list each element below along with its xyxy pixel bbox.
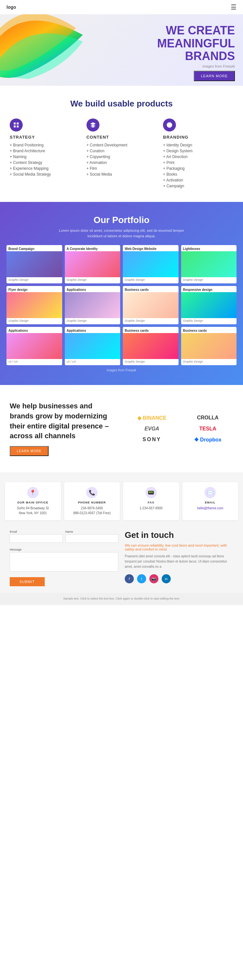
- submit-button[interactable]: SUBMIT: [10, 577, 45, 586]
- dropbox-icon: ❖: [194, 437, 200, 442]
- portfolio-freepik: images from Freepik: [6, 368, 237, 372]
- list-item: Social Media: [87, 172, 157, 177]
- list-item: Content Strategy: [10, 160, 80, 165]
- brand-tesla: TESLA: [182, 426, 234, 432]
- strategy-title: STRATEGY: [10, 135, 80, 140]
- card-title-0: Brand Campaign: [6, 245, 62, 251]
- email-value: hello@theme.com: [186, 506, 235, 511]
- footer: Sample text. Click to select the text bo…: [0, 593, 243, 605]
- contact-phone-card: 📞 PHONE NUMBER 234-9876-5400888-0123-456…: [64, 482, 120, 520]
- card-category-2: Graphic Design: [123, 277, 178, 283]
- logo: logo: [6, 5, 16, 10]
- portfolio-card-8[interactable]: Applications UI / UX: [6, 327, 62, 365]
- list-item: Design System: [163, 148, 233, 154]
- list-item: Print: [163, 160, 233, 165]
- portfolio-card-11[interactable]: Business cards Graphic Design: [181, 327, 237, 365]
- instagram-icon[interactable]: 📷: [149, 574, 158, 583]
- binance-diamond-icon: ◆: [137, 415, 142, 421]
- linkedin-icon[interactable]: in: [162, 574, 171, 583]
- portfolio-card-3[interactable]: Lightboxes Graphic Design: [181, 245, 237, 283]
- touch-body: Praesent ultet amet consola elit - class…: [125, 554, 233, 570]
- list-item: Social Media Strategy: [10, 172, 80, 177]
- content-icon: [87, 118, 99, 132]
- portfolio-card-7[interactable]: Responsive design Graphic Design: [181, 286, 237, 324]
- card-title-11: Business cards: [181, 327, 237, 333]
- card-title-3: Lightboxes: [181, 245, 237, 251]
- location-icon: 📍: [27, 487, 39, 498]
- card-img-9: [65, 333, 120, 359]
- portfolio-card-0[interactable]: Brand Campaign Graphic Design: [6, 245, 62, 283]
- message-field-label: Message: [10, 548, 118, 551]
- office-label: OUR MAIN OFFICE: [8, 501, 58, 504]
- products-section: We build usable products STRATEGY Brand …: [0, 86, 243, 202]
- twitter-icon[interactable]: t: [137, 574, 146, 583]
- card-title-6: Business cards: [123, 286, 178, 292]
- hero-learn-more-button[interactable]: LEARN MORE: [194, 71, 235, 81]
- card-img-7: [181, 292, 237, 318]
- email-group: Email: [10, 530, 63, 543]
- brand-sony: SONY: [126, 437, 178, 442]
- portfolio-card-4[interactable]: Flyer design Graphic Design: [6, 286, 62, 324]
- portfolio-card-10[interactable]: Business cards Graphic Design: [123, 327, 178, 365]
- card-category-3: Graphic Design: [181, 277, 237, 283]
- card-img-2: [123, 251, 178, 277]
- strategy-icon: [10, 118, 23, 132]
- card-category-9: UI / UX: [65, 359, 120, 365]
- portfolio-card-1[interactable]: A Corporate Identity Graphic Design: [65, 245, 120, 283]
- contact-email-card: ✉️ EMAIL hello@theme.com: [182, 482, 238, 520]
- list-item: Copywriting: [87, 154, 157, 160]
- strategy-column: STRATEGY Brand Positioning Brand Archite…: [10, 118, 80, 189]
- card-img-6: [123, 292, 178, 318]
- card-title-2: Web Design Website: [123, 245, 178, 251]
- contact-info-grid: 📍 OUR MAIN OFFICE SoHo 94 Broadway StNew…: [5, 482, 238, 520]
- facebook-icon[interactable]: f: [125, 574, 134, 583]
- hero-text-block: WE CREATE MEANINGFUL BRANDS images from …: [0, 14, 243, 84]
- card-category-10: Graphic Design: [123, 359, 178, 365]
- message-textarea[interactable]: [10, 552, 118, 572]
- card-img-1: [65, 251, 120, 277]
- content-column: CONTENT Content Development Curation Cop…: [87, 118, 157, 189]
- name-input[interactable]: [65, 534, 118, 543]
- list-item: Experience Mapping: [10, 165, 80, 172]
- list-item: Brand Architecture: [10, 148, 80, 154]
- touch-right: Get in touch We can ensure reliability, …: [125, 530, 233, 586]
- hamburger-menu[interactable]: ☰: [231, 3, 237, 11]
- card-img-5: [65, 292, 120, 318]
- card-title-1: A Corporate Identity: [65, 245, 120, 251]
- card-title-5: Applications: [65, 286, 120, 292]
- brands-learn-more-button[interactable]: LEARN MORE: [10, 446, 49, 456]
- card-img-4: [6, 292, 62, 318]
- brands-heading: We help businesses and brands grow by mo…: [10, 401, 117, 441]
- social-icons: f t 📷 in: [125, 574, 233, 583]
- list-item: Packaging: [163, 165, 233, 172]
- list-item: Art Direction: [163, 154, 233, 160]
- card-title-10: Business cards: [123, 327, 178, 333]
- portfolio-card-2[interactable]: Web Design Website Graphic Design: [123, 245, 178, 283]
- list-item: Animation: [87, 160, 157, 165]
- list-item: Brand Positioning: [10, 142, 80, 148]
- portfolio-card-5[interactable]: Applications Graphic Design: [65, 286, 120, 324]
- name-group: Name: [65, 530, 118, 543]
- phone-label: PHONE NUMBER: [67, 501, 117, 504]
- portfolio-title: Our Portfolio: [6, 215, 237, 225]
- email-input[interactable]: [10, 534, 63, 543]
- brand-crolla: CROLLA: [182, 415, 234, 421]
- portfolio-section: Our Portfolio Lorem ipsum dolor sit amet…: [0, 202, 243, 385]
- fax-icon: 📟: [145, 487, 157, 498]
- portfolio-card-9[interactable]: Applications UI / UX: [65, 327, 120, 365]
- name-field-label: Name: [65, 530, 118, 533]
- card-category-1: Graphic Design: [65, 277, 120, 283]
- footer-text: Sample text. Click to select the text bo…: [6, 597, 237, 601]
- card-title-9: Applications: [65, 327, 120, 333]
- email-link[interactable]: hello@theme.com: [197, 506, 223, 510]
- phone-value: 234-9876-5400888-0123-4567 (Toll Free): [67, 506, 117, 515]
- brands-section: We help businesses and brands grow by mo…: [0, 385, 243, 472]
- card-category-7: Graphic Design: [181, 318, 237, 324]
- card-title-7: Responsive design: [181, 286, 237, 292]
- content-list: Content Development Curation Copywriting…: [87, 142, 157, 177]
- card-category-4: Graphic Design: [6, 318, 62, 324]
- svg-rect-2: [14, 126, 16, 127]
- branding-column: BRANDING Identity Design Design System A…: [163, 118, 233, 189]
- card-img-11: [181, 333, 237, 359]
- portfolio-card-6[interactable]: Business cards Graphic Design: [123, 286, 178, 324]
